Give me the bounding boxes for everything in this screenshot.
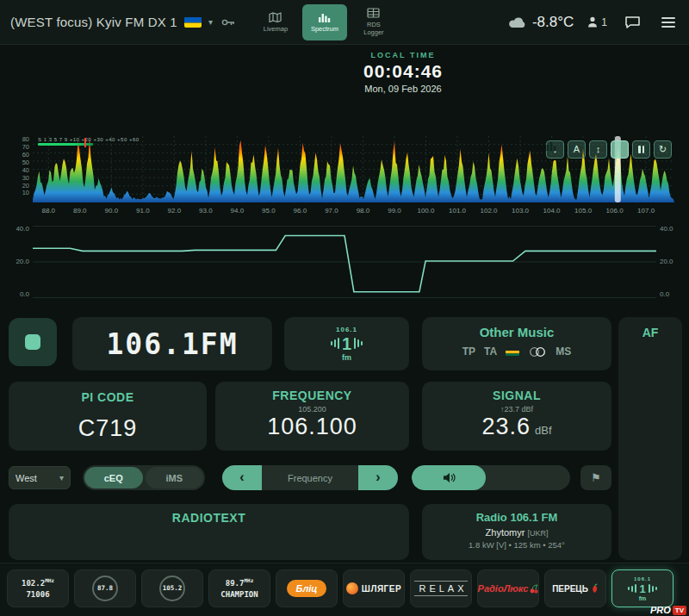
weather-widget: -8.8°C [508, 14, 574, 31]
station-logo-panel: 106.1 1 fm [284, 317, 409, 370]
ims-toggle[interactable]: iMS [146, 467, 204, 488]
volume-slider[interactable] [412, 465, 570, 490]
pause-icon [638, 146, 644, 153]
chevron-left-icon: ‹ [239, 470, 244, 485]
ta-flag: TA [484, 345, 497, 358]
blitz-logo: Бліц [287, 580, 327, 597]
station-ring-logo: 87.8 [92, 576, 118, 601]
flag-button[interactable]: ⚑ [580, 465, 611, 490]
pty-value: Other Music [422, 325, 611, 339]
lux-label: РадіоЛюкс [478, 583, 529, 594]
watermark-tv: TV [673, 606, 686, 615]
rds-flags-row: TP TA MS [422, 345, 611, 358]
ceq-toggle[interactable]: cEQ [84, 467, 143, 488]
logo-bars-left [331, 338, 339, 349]
logo-frequency: 106.1 [628, 576, 656, 582]
shlyager-label: ШЛЯГЕР [362, 584, 401, 594]
main-nav: Livemap Spectrum RDS Logger [253, 4, 396, 40]
chat-button[interactable] [621, 12, 644, 33]
preset-station-current[interactable]: 106.1 1 fm [611, 569, 673, 607]
square-icon [25, 334, 40, 350]
watermark: PRO TV [650, 605, 686, 615]
signal-card: SIGNAL ↑23.7 dBf 23.6 dBf [422, 382, 611, 451]
preset-pi: 71006 [26, 589, 49, 601]
signal-plot [33, 226, 656, 298]
spectrum-auto-button[interactable]: A [568, 140, 586, 159]
spectrum-x-axis: 88.089.090.091.092.093.094.095.096.097.0… [33, 207, 674, 217]
signal-unit: dBf [535, 424, 552, 437]
local-time-value: 00:04:46 [363, 61, 443, 82]
spectrum-y-axis: 8070605040302010 [7, 136, 29, 196]
menu-button[interactable] [658, 14, 679, 31]
nav-spectrum[interactable]: Spectrum [302, 4, 347, 40]
pepper-icon [591, 583, 599, 594]
s-meter-needle [84, 138, 86, 147]
pty-panel: Other Music TP TA MS [422, 317, 611, 370]
region-select[interactable]: West ▾ [9, 466, 71, 489]
server-title-dropdown[interactable]: (WEST focus) Kyiv FM DX 1 ▾ [10, 15, 213, 29]
signal-label: SIGNAL [422, 389, 611, 402]
user-icon [587, 16, 598, 28]
spectrum-pause-button[interactable] [632, 140, 650, 159]
preset-station-4[interactable]: 89.7MHz CHAMPION [208, 569, 270, 607]
logo-frequency: 106.1 [331, 327, 363, 333]
preset-station-3[interactable]: 105.2 [141, 569, 203, 607]
signal-peak: ↑23.7 dBf [422, 405, 611, 414]
preset-station-relax[interactable]: RELAX [410, 569, 472, 607]
preset-station-shlyager[interactable]: ШЛЯГЕР [343, 569, 405, 607]
preset-freq: 87.8 [97, 584, 113, 592]
frequency-card: FREQUENCY 105.200 106.100 [215, 382, 409, 451]
logo-bars-right [649, 584, 657, 593]
orange-circle-icon [346, 582, 358, 594]
chevron-right-icon: › [376, 470, 380, 485]
users-count-value: 1 [601, 16, 607, 28]
watermark-pro: PRO [650, 605, 671, 615]
square-toggle-button[interactable] [9, 318, 57, 366]
speaker-icon [443, 472, 456, 483]
flag-icon: ⚑ [591, 471, 601, 484]
frequency-up-button[interactable]: › [358, 465, 398, 490]
nav-livemap[interactable]: Livemap [253, 4, 298, 40]
frequency-label: FREQUENCY [215, 389, 409, 402]
station-country: [UKR] [527, 529, 548, 538]
station-city: Zhytomyr [486, 527, 525, 538]
preset-station-lux[interactable]: РадіоЛюкс [477, 569, 539, 607]
nav-rds-logger[interactable]: RDS Logger [351, 4, 396, 40]
af-list-panel[interactable]: AF [618, 317, 682, 560]
preset-station-2[interactable]: 87.8 [74, 569, 136, 607]
logo-bars-right [354, 338, 363, 349]
signal-y-axis-left: 40.020.00.0 [7, 226, 29, 298]
spectrum-plot[interactable]: S 1 3 5 7 9 +10 +20 +30 +40 +50 +60 ↓ A … [33, 136, 674, 202]
logo-one: 1 [342, 335, 351, 352]
admin-key-button[interactable] [221, 16, 236, 28]
preset-unit: MHz [45, 577, 54, 583]
perets-logo: ПЕРЕЦЬ [552, 583, 599, 594]
chevron-down-icon: ▾ [208, 17, 213, 27]
local-time-widget: LOCAL TIME 00:04:46 Mon, 09 Feb 2026 [363, 51, 443, 94]
radiotext-panel: RADIOTEXT [9, 504, 409, 560]
listeners-count: 1 [587, 16, 607, 28]
station-name: Radio 106.1 FM [422, 511, 611, 524]
spectrum-graph-toggle[interactable] [611, 140, 629, 159]
logo-one: 1 [639, 583, 645, 594]
map-icon [269, 12, 282, 22]
preset-station-perets[interactable]: ПЕРЕЦЬ [544, 569, 606, 607]
pi-code-value: C719 [9, 415, 207, 442]
header: (WEST focus) Kyiv FM DX 1 ▾ Livemap [0, 0, 689, 45]
pi-code-card: PI CODE C719 [9, 382, 207, 451]
spectrum-refresh-button[interactable]: ↻ [654, 140, 672, 159]
chat-icon [624, 16, 641, 29]
table-icon [367, 8, 380, 18]
preset-station-1[interactable]: 102.2MHz 71006 [7, 569, 69, 607]
preset-station-blitz[interactable]: Бліц [276, 569, 338, 607]
fm-dx-app: (WEST focus) Kyiv FM DX 1 ▾ Livemap [0, 0, 689, 616]
spectrum-toolbar: ↓ A ↕ ↻ [546, 140, 672, 159]
spectrum-scale-button[interactable]: ↕ [589, 140, 607, 159]
nav-label: RDS Logger [357, 21, 391, 36]
region-select-value: West [16, 473, 37, 483]
current-station-logo: 106.1 1 fm [628, 576, 656, 601]
frequency-down-button[interactable]: ‹ [222, 465, 262, 490]
perets-label: ПЕРЕЦЬ [552, 584, 588, 594]
shlyager-logo: ШЛЯГЕР [346, 582, 401, 594]
ukraine-flag-icon [184, 16, 202, 28]
